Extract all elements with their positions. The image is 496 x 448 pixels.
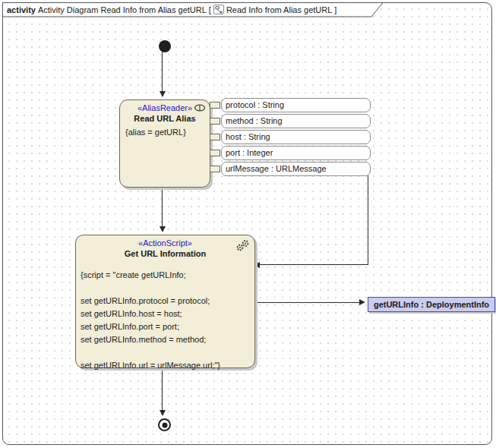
object-flow-pins-horizontal-segment[interactable] — [259, 264, 368, 265]
output-pin-host[interactable] — [210, 134, 220, 140]
control-flow-get-to-final[interactable] — [162, 366, 163, 410]
action-script-body: {script = "create getURLInfo; set getURL… — [81, 269, 252, 372]
output-pin-urlmessage[interactable] — [210, 166, 220, 172]
frame-bracket-open: [ — [209, 5, 211, 14]
script-line: set getURLInfo.url = urlMessage.url;"} — [81, 359, 252, 372]
arrowhead-into-final-node — [160, 410, 166, 416]
arrowhead-into-object-node — [359, 299, 365, 305]
action-body: {alias = getURL} — [120, 128, 210, 137]
action-get-url-information[interactable]: «ActionScript» Get URL Information {scri… — [75, 235, 255, 368]
activity-diagram-icon — [213, 5, 224, 14]
script-line: set getURLInfo.port = port; — [81, 320, 252, 333]
script-line: {script = "create getURLInfo; — [81, 269, 252, 282]
pin-label-urlmessage[interactable]: urlMessage : URLMessage — [221, 162, 371, 176]
output-pin-protocol[interactable] — [210, 102, 220, 109]
object-flow-get-to-object-node[interactable] — [254, 302, 360, 303]
action-name: Get URL Information — [76, 249, 254, 258]
frame-bracket-close: ] — [334, 5, 336, 14]
frame-subtitle: Read Info from Alias getURL — [226, 5, 332, 14]
object-flow-pins-vertical-segment[interactable] — [368, 175, 368, 265]
activity-frame[interactable]: protocol : String method : String host :… — [2, 2, 492, 445]
script-line: set getURLInfo.method = method; — [81, 333, 252, 346]
object-node-geturlinfo[interactable]: getURLInfo : DeploymentInfo — [368, 297, 495, 312]
script-line: set getURLInfo.host = host; — [81, 308, 252, 320]
pin-label-port[interactable]: port : Integer — [221, 146, 371, 160]
gears-icon — [235, 239, 251, 254]
pin-label-protocol[interactable]: protocol : String — [221, 98, 371, 112]
arrowhead-into-read-url-alias — [160, 91, 166, 97]
control-flow-read-to-get[interactable] — [162, 185, 163, 229]
frame-keyword: activity — [7, 5, 36, 14]
frame-title-tab[interactable]: activity Activity Diagram Read Info from… — [2, 2, 384, 17]
frame-title: Activity Diagram Read Info from Alias ge… — [38, 5, 207, 14]
pin-label-method[interactable]: method : String — [221, 114, 371, 128]
arrowhead-into-get-url-information — [160, 226, 166, 232]
output-pin-port[interactable] — [210, 150, 220, 156]
script-line — [81, 282, 252, 295]
control-flow-initial-to-read[interactable] — [162, 50, 163, 93]
action-name: Read URL Alias — [120, 114, 210, 123]
activity-final-dot — [162, 422, 167, 427]
activity-final-node[interactable] — [158, 418, 171, 431]
script-line: set getURLInfo.protocol = protocol; — [81, 295, 252, 308]
script-line — [81, 346, 252, 359]
pin-label-host[interactable]: host : String — [221, 130, 371, 144]
action-decorator-icon — [194, 104, 206, 113]
initial-node[interactable] — [159, 40, 171, 52]
action-read-url-alias[interactable]: «AliasReader» Read URL Alias {alias = ge… — [119, 99, 210, 188]
output-pin-method[interactable] — [210, 118, 220, 125]
stereotype-actionscript: «ActionScript» — [76, 238, 254, 248]
